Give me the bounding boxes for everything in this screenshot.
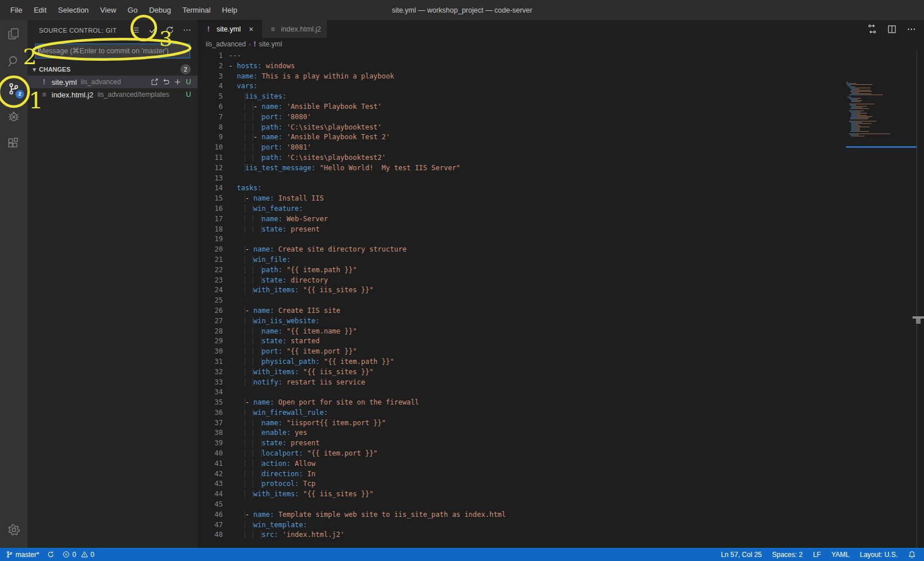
settings-gear-button[interactable] <box>0 516 27 543</box>
code-line[interactable]: - hosts: windows <box>229 61 506 72</box>
code-line[interactable]: - name: Create IIS site <box>229 306 506 316</box>
code-line[interactable]: - name: Open port for site on the firewa… <box>229 398 506 408</box>
stage-changes-icon[interactable] <box>174 78 182 86</box>
code-line[interactable]: with_items: "{{ iis_sites }}" <box>229 367 506 378</box>
tab-index.html.j2[interactable]: ≡index.html.j2 <box>262 20 327 38</box>
code-line[interactable]: - name: Template simple web site to iis_… <box>229 510 506 520</box>
code-line[interactable]: physical_path: "{{ item.path }}" <box>229 357 506 367</box>
code-line[interactable]: state: present <box>229 438 506 449</box>
changed-file-index.html.j2[interactable]: ≡index.html.j2iis_advanced/templatesU <box>27 88 198 101</box>
minimap-line <box>847 84 872 85</box>
code-line[interactable]: vars: <box>229 81 506 92</box>
code-line[interactable] <box>229 296 506 306</box>
menu-terminal[interactable]: Terminal <box>176 0 216 20</box>
code-line[interactable]: enable: yes <box>229 428 506 438</box>
code-line[interactable] <box>229 234 506 245</box>
code-line[interactable]: src: 'index.html.j2' <box>229 530 506 540</box>
code-line[interactable]: win_template: <box>229 520 506 531</box>
menu-view[interactable]: View <box>95 0 122 20</box>
sidebar-item-debug[interactable] <box>0 103 27 130</box>
menu-file[interactable]: File <box>5 0 28 20</box>
menu-selection[interactable]: Selection <box>52 0 94 20</box>
code-line[interactable]: win_feature: <box>229 204 506 214</box>
status-spaces[interactable]: Spaces: 2 <box>772 551 803 559</box>
more-actions-icon[interactable] <box>907 25 916 34</box>
menu-debug[interactable]: Debug <box>143 0 176 20</box>
code-line[interactable]: name: "{{ item.name }}" <box>229 327 506 337</box>
sidebar-item-explorer[interactable] <box>0 20 27 48</box>
code-line[interactable]: path: 'C:\sites\playbooktest2' <box>229 153 506 163</box>
code-line[interactable] <box>229 387 506 398</box>
sync-button[interactable] <box>47 551 54 558</box>
code-line[interactable]: with_items: "{{ iis_sites }}" <box>229 285 506 296</box>
code-line[interactable]: --- <box>229 51 506 61</box>
close-icon[interactable]: × <box>246 25 255 34</box>
problems-indicator[interactable]: 0 0 <box>62 551 94 559</box>
code-line[interactable]: - name: Install IIS <box>229 194 506 204</box>
line-number: 29 <box>198 336 223 347</box>
code-line[interactable]: state: present <box>229 225 506 235</box>
code-line[interactable]: state: directory <box>229 276 506 286</box>
refresh-icon[interactable] <box>163 24 176 37</box>
status-layout[interactable]: Layout: U.S. <box>860 551 898 559</box>
minimap[interactable] <box>846 62 917 543</box>
discard-changes-icon[interactable] <box>162 78 170 86</box>
code-line[interactable]: win_iis_website: <box>229 316 506 327</box>
code-line[interactable]: - name: 'Ansible Playbook Test' <box>229 102 506 112</box>
code-line[interactable]: name: "iisport{{ item.port }}" <box>229 418 506 429</box>
changed-file-site.yml[interactable]: !site.ymliis_advancedU <box>27 76 198 88</box>
code-line[interactable]: protocol: Tcp <box>229 479 506 489</box>
breadcrumb[interactable]: iis_advanced › ! site.yml <box>198 38 924 50</box>
code-line[interactable]: path: 'C:\sites\playbooktest' <box>229 123 506 133</box>
breadcrumb-folder[interactable]: iis_advanced <box>206 40 246 48</box>
code-line[interactable]: win_firewall_rule: <box>229 408 506 418</box>
sidebar-item-search[interactable] <box>0 48 27 75</box>
sidebar-item-extensions[interactable] <box>0 130 27 158</box>
code-line[interactable]: direction: In <box>229 469 506 480</box>
code-line[interactable]: win_file: <box>229 255 506 265</box>
code-line[interactable]: localport: "{{ item.port }}" <box>229 449 506 459</box>
code-editor[interactable]: 1234567891011121314151617181920212223242… <box>198 50 924 548</box>
code-line[interactable]: - name: 'Ansible Playbook Test 2' <box>229 132 506 143</box>
code-line[interactable]: port: "{{ item.port }}" <box>229 347 506 357</box>
code-line[interactable]: iis_test_message: "Hello World! My test … <box>229 163 506 174</box>
menubar: FileEditSelectionViewGoDebugTerminalHelp <box>0 0 243 20</box>
code-line[interactable]: with_items: "{{ iis_sites }}" <box>229 489 506 500</box>
status-lf[interactable]: LF <box>813 551 821 559</box>
sidebar-item-source-control[interactable]: 2 <box>0 75 27 103</box>
code-line[interactable]: notify: restart iis service <box>229 378 506 388</box>
view-as-list-icon[interactable] <box>129 24 141 37</box>
open-file-icon[interactable] <box>151 78 159 86</box>
code-line[interactable] <box>229 174 506 184</box>
line-number: 8 <box>198 123 223 133</box>
more-actions-icon[interactable] <box>180 24 193 37</box>
menu-go[interactable]: Go <box>122 0 143 20</box>
branch-indicator[interactable]: master* <box>6 551 39 559</box>
code-line[interactable]: port: '8081' <box>229 143 506 153</box>
breadcrumb-file[interactable]: site.yml <box>259 40 282 48</box>
code-line[interactable] <box>229 500 506 510</box>
code-line[interactable]: port: '8080' <box>229 112 506 123</box>
commit-message-input[interactable] <box>35 44 190 58</box>
code-line[interactable]: iis_sites: <box>229 92 506 102</box>
code-line[interactable]: tasks: <box>229 183 506 194</box>
status-yaml[interactable]: YAML <box>831 551 850 559</box>
chevron-down-icon: ▼ <box>30 66 39 73</box>
bell-button[interactable] <box>908 551 916 559</box>
commit-check-icon[interactable] <box>146 24 159 37</box>
open-changes-icon[interactable] <box>867 24 877 34</box>
line-number: 2 <box>198 61 223 72</box>
status-ln-57-col-25[interactable]: Ln 57, Col 25 <box>721 551 761 559</box>
code-line[interactable]: state: started <box>229 336 506 347</box>
code-line[interactable]: name: Web-Server <box>229 214 506 225</box>
tab-site.yml[interactable]: !site.yml× <box>198 20 262 38</box>
code-line[interactable]: action: Allow <box>229 459 506 469</box>
menu-help[interactable]: Help <box>217 0 243 20</box>
split-editor-icon[interactable] <box>887 25 897 34</box>
code-line[interactable]: name: This is a play within a playbook <box>229 72 506 82</box>
code-line[interactable]: - name: Create site directory structure <box>229 245 506 255</box>
scrollbar[interactable] <box>917 50 924 548</box>
changes-section-header[interactable]: ▼ CHANGES 2 <box>27 63 198 76</box>
menu-edit[interactable]: Edit <box>28 0 52 20</box>
code-line[interactable]: path: "{{ item.path }}" <box>229 265 506 276</box>
